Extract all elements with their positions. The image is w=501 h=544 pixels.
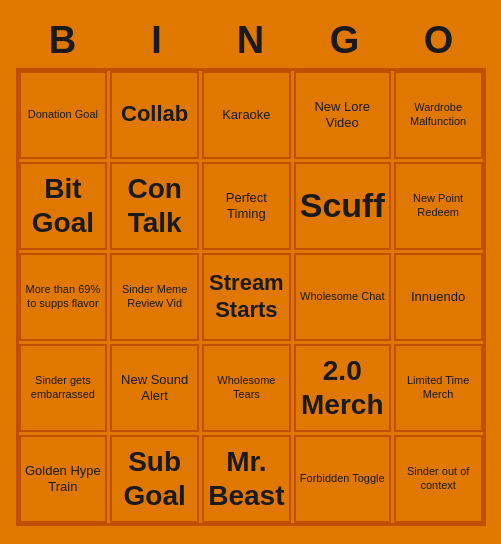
bingo-letter-n: N xyxy=(207,19,295,62)
bingo-cell-19: Limited Time Merch xyxy=(394,344,483,432)
bingo-cell-15: Sinder gets embarrassed xyxy=(19,344,108,432)
cell-text-6: Con Talk xyxy=(116,172,193,239)
bingo-letter-o: O xyxy=(395,19,483,62)
bingo-cell-2: Karaoke xyxy=(202,71,291,159)
cell-text-0: Donation Goal xyxy=(28,108,98,121)
bingo-cell-16: New Sound Alert xyxy=(110,344,199,432)
cell-text-10: More than 69% to supps flavor xyxy=(25,283,102,309)
cell-text-13: Wholesome Chat xyxy=(300,290,384,303)
cell-text-16: New Sound Alert xyxy=(116,372,193,403)
cell-text-18: 2.0 Merch xyxy=(300,354,385,421)
bingo-cell-24: Sinder out of context xyxy=(394,435,483,523)
bingo-cell-0: Donation Goal xyxy=(19,71,108,159)
bingo-cell-18: 2.0 Merch xyxy=(294,344,391,432)
cell-text-17: Wholesome Tears xyxy=(208,374,285,400)
cell-text-14: Innuendo xyxy=(411,289,465,305)
bingo-cell-17: Wholesome Tears xyxy=(202,344,291,432)
bingo-cell-22: Mr. Beast xyxy=(202,435,291,523)
cell-text-22: Mr. Beast xyxy=(208,445,285,512)
bingo-cell-10: More than 69% to supps flavor xyxy=(19,253,108,341)
cell-text-23: Forbidden Toggle xyxy=(300,472,385,485)
bingo-letter-g: G xyxy=(301,19,389,62)
bingo-cell-8: Scuff xyxy=(294,162,391,250)
cell-text-5: Bit Goal xyxy=(25,172,102,239)
cell-text-3: New Lore Video xyxy=(300,99,385,130)
cell-text-9: New Point Redeem xyxy=(400,192,477,218)
bingo-letter-b: B xyxy=(19,19,107,62)
bingo-cell-7: Perfect Timing xyxy=(202,162,291,250)
cell-text-1: Collab xyxy=(121,101,188,127)
bingo-cell-11: Sinder Meme Review Vid xyxy=(110,253,199,341)
cell-text-8: Scuff xyxy=(300,185,385,226)
cell-text-19: Limited Time Merch xyxy=(400,374,477,400)
bingo-header: BINGO xyxy=(16,19,486,62)
bingo-cell-13: Wholesome Chat xyxy=(294,253,391,341)
cell-text-2: Karaoke xyxy=(222,107,270,123)
bingo-cell-23: Forbidden Toggle xyxy=(294,435,391,523)
bingo-cell-6: Con Talk xyxy=(110,162,199,250)
cell-text-7: Perfect Timing xyxy=(208,190,285,221)
cell-text-24: Sinder out of context xyxy=(400,465,477,491)
bingo-cell-21: Sub Goal xyxy=(110,435,199,523)
bingo-cell-1: Collab xyxy=(110,71,199,159)
bingo-cell-9: New Point Redeem xyxy=(394,162,483,250)
bingo-cell-14: Innuendo xyxy=(394,253,483,341)
cell-text-20: Golden Hype Train xyxy=(25,463,102,494)
cell-text-15: Sinder gets embarrassed xyxy=(25,374,102,400)
bingo-cell-4: Wardrobe Malfunction xyxy=(394,71,483,159)
bingo-cell-3: New Lore Video xyxy=(294,71,391,159)
bingo-cell-12: Stream Starts xyxy=(202,253,291,341)
bingo-grid: Donation GoalCollabKaraokeNew Lore Video… xyxy=(16,68,486,526)
cell-text-12: Stream Starts xyxy=(208,270,285,323)
cell-text-11: Sinder Meme Review Vid xyxy=(116,283,193,309)
bingo-cell-20: Golden Hype Train xyxy=(19,435,108,523)
cell-text-21: Sub Goal xyxy=(116,445,193,512)
bingo-card: BINGO Donation GoalCollabKaraokeNew Lore… xyxy=(6,9,496,536)
cell-text-4: Wardrobe Malfunction xyxy=(400,101,477,127)
bingo-letter-i: I xyxy=(113,19,201,62)
bingo-cell-5: Bit Goal xyxy=(19,162,108,250)
